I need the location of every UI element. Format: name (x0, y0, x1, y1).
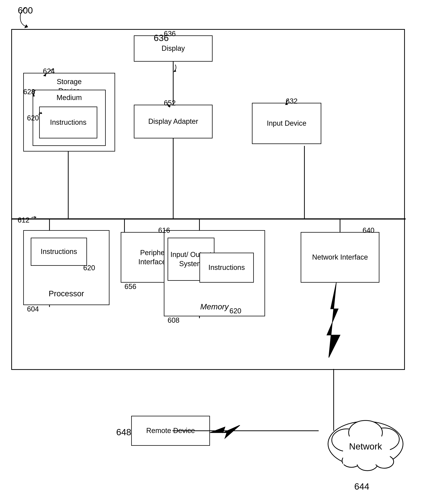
ref-608: 608 (167, 316, 179, 324)
ref-652: 652 (164, 99, 176, 107)
main-box: Display 636 StorageDevice 624 Medium 628… (11, 29, 405, 370)
instructions-storage-box: Instructions (39, 106, 97, 139)
svg-marker-10 (327, 283, 340, 358)
ref-612: 612 (18, 216, 29, 224)
display-adapter-box: Display Adapter (134, 105, 213, 139)
instructions-memory-box: Instructions (200, 253, 254, 283)
svg-marker-11 (210, 425, 240, 438)
lightning-bolt-svg (321, 283, 378, 358)
ref-632: 632 (286, 97, 297, 105)
network-interface-box: Network Interface (301, 232, 379, 283)
ref-604: 604 (27, 305, 39, 313)
ref-620-processor: 620 (83, 264, 95, 272)
ref-648: 648 (116, 427, 131, 437)
ref-620-memory: 620 (229, 307, 241, 315)
ref-620-storage: 620 (27, 114, 39, 122)
ref-644: 644 (354, 481, 369, 492)
display-box: Display (134, 35, 213, 62)
remote-device-box: Remote Device (131, 416, 210, 446)
input-device-box: Input Device (252, 103, 321, 144)
ref-636-outside: 636 (154, 33, 169, 43)
network-cloud: Network (319, 406, 412, 481)
ref-640: 640 (363, 226, 374, 234)
arrow-600 (15, 6, 37, 28)
ref-616: 616 (158, 226, 170, 234)
instructions-processor-box: Instructions (31, 238, 87, 266)
diagram-container: 600 Display (0, 0, 442, 504)
ref-624: 624 (43, 67, 55, 75)
ref-656: 656 (125, 283, 136, 291)
svg-text:Network: Network (349, 441, 382, 451)
ref-628: 628 (23, 88, 35, 96)
lightning-bolt-horizontal (210, 425, 247, 440)
